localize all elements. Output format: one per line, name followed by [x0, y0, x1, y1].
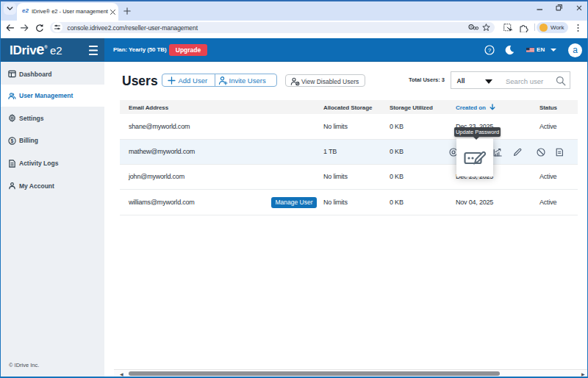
svg-text:?: ?: [488, 47, 492, 54]
svg-text:$: $: [10, 138, 13, 143]
